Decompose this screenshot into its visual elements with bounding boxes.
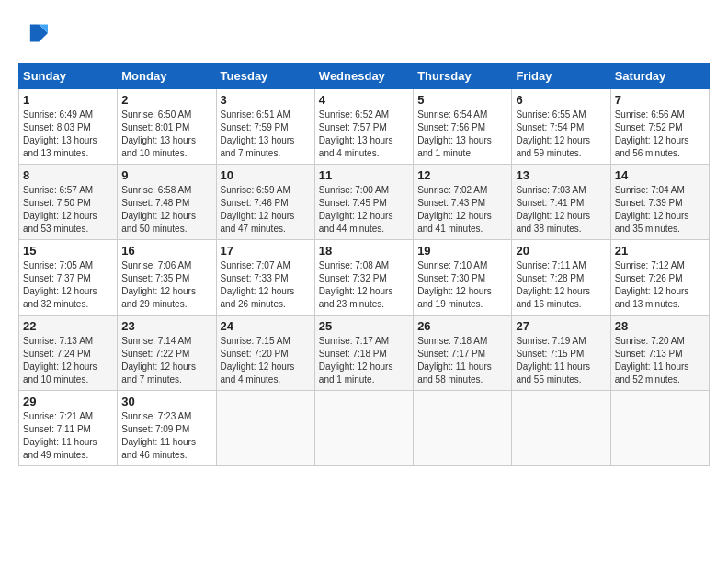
table-row: 26 Sunrise: 7:18 AMSunset: 7:17 PMDaylig… [414, 316, 512, 391]
table-row: 18 Sunrise: 7:08 AMSunset: 7:32 PMDaylig… [314, 240, 413, 316]
day-info: Sunrise: 7:05 AMSunset: 7:37 PMDaylight:… [23, 259, 113, 311]
table-row [414, 391, 512, 466]
day-number: 12 [417, 168, 507, 182]
day-number: 5 [417, 93, 507, 107]
calendar-row-1: 1 Sunrise: 6:49 AMSunset: 8:03 PMDayligh… [19, 89, 710, 165]
day-info: Sunrise: 7:15 AMSunset: 7:20 PMDaylight:… [221, 335, 311, 386]
table-row: 22 Sunrise: 7:13 AMSunset: 7:24 PMDaylig… [19, 316, 118, 391]
table-row: 19 Sunrise: 7:10 AMSunset: 7:30 PMDaylig… [414, 240, 512, 316]
table-row [216, 391, 314, 466]
day-info: Sunrise: 7:04 AMSunset: 7:39 PMDaylight:… [615, 184, 705, 236]
logo [18, 18, 51, 48]
day-info: Sunrise: 6:52 AMSunset: 7:57 PMDaylight:… [319, 109, 409, 160]
day-info: Sunrise: 6:59 AMSunset: 7:46 PMDaylight:… [221, 184, 311, 236]
header-sunday: Sunday [19, 63, 118, 89]
day-number: 22 [23, 319, 113, 333]
day-info: Sunrise: 6:51 AMSunset: 7:59 PMDaylight:… [221, 109, 311, 160]
table-row [610, 391, 709, 466]
table-row: 17 Sunrise: 7:07 AMSunset: 7:33 PMDaylig… [216, 240, 314, 316]
table-row: 25 Sunrise: 7:17 AMSunset: 7:18 PMDaylig… [314, 316, 413, 391]
table-row: 1 Sunrise: 6:49 AMSunset: 8:03 PMDayligh… [19, 89, 118, 165]
day-number: 21 [615, 244, 705, 258]
header-saturday: Saturday [610, 63, 709, 89]
day-number: 4 [319, 93, 409, 107]
day-number: 11 [319, 168, 409, 182]
day-number: 26 [417, 319, 507, 333]
day-info: Sunrise: 6:54 AMSunset: 7:56 PMDaylight:… [417, 109, 507, 160]
table-row: 13 Sunrise: 7:03 AMSunset: 7:41 PMDaylig… [512, 165, 610, 240]
day-number: 7 [615, 93, 705, 107]
day-info: Sunrise: 7:07 AMSunset: 7:33 PMDaylight:… [221, 259, 311, 311]
day-number: 30 [121, 395, 211, 408]
day-info: Sunrise: 7:13 AMSunset: 7:24 PMDaylight:… [23, 335, 113, 386]
calendar-row-3: 15 Sunrise: 7:05 AMSunset: 7:37 PMDaylig… [19, 240, 710, 316]
day-info: Sunrise: 7:23 AMSunset: 7:09 PMDaylight:… [121, 410, 211, 462]
day-info: Sunrise: 7:14 AMSunset: 7:22 PMDaylight:… [121, 335, 211, 386]
day-info: Sunrise: 7:12 AMSunset: 7:26 PMDaylight:… [615, 259, 705, 311]
table-row [314, 391, 413, 466]
day-info: Sunrise: 7:00 AMSunset: 7:45 PMDaylight:… [319, 184, 409, 236]
day-info: Sunrise: 6:56 AMSunset: 7:52 PMDaylight:… [615, 109, 705, 160]
day-info: Sunrise: 6:57 AMSunset: 7:50 PMDaylight:… [23, 184, 113, 236]
table-row: 14 Sunrise: 7:04 AMSunset: 7:39 PMDaylig… [610, 165, 709, 240]
day-info: Sunrise: 7:08 AMSunset: 7:32 PMDaylight:… [319, 259, 409, 311]
calendar-row-4: 22 Sunrise: 7:13 AMSunset: 7:24 PMDaylig… [19, 316, 710, 391]
table-row: 27 Sunrise: 7:19 AMSunset: 7:15 PMDaylig… [512, 316, 610, 391]
day-info: Sunrise: 7:21 AMSunset: 7:11 PMDaylight:… [23, 410, 113, 462]
day-info: Sunrise: 6:55 AMSunset: 7:54 PMDaylight:… [516, 109, 606, 160]
table-row: 8 Sunrise: 6:57 AMSunset: 7:50 PMDayligh… [19, 165, 118, 240]
day-info: Sunrise: 6:50 AMSunset: 8:01 PMDaylight:… [121, 109, 211, 160]
table-row: 16 Sunrise: 7:06 AMSunset: 7:35 PMDaylig… [118, 240, 216, 316]
day-number: 14 [615, 168, 705, 182]
day-number: 10 [221, 168, 311, 182]
day-number: 23 [121, 319, 211, 333]
day-number: 13 [516, 168, 606, 182]
day-number: 27 [516, 319, 606, 333]
day-number: 15 [23, 244, 113, 258]
day-number: 19 [417, 244, 507, 258]
calendar-table: Sunday Monday Tuesday Wednesday Thursday… [18, 63, 710, 466]
table-row: 10 Sunrise: 6:59 AMSunset: 7:46 PMDaylig… [216, 165, 314, 240]
table-row: 29 Sunrise: 7:21 AMSunset: 7:11 PMDaylig… [19, 391, 118, 466]
table-row: 11 Sunrise: 7:00 AMSunset: 7:45 PMDaylig… [314, 165, 413, 240]
day-info: Sunrise: 7:11 AMSunset: 7:28 PMDaylight:… [516, 259, 606, 311]
table-row: 4 Sunrise: 6:52 AMSunset: 7:57 PMDayligh… [314, 89, 413, 165]
day-number: 24 [221, 319, 311, 333]
day-info: Sunrise: 7:02 AMSunset: 7:43 PMDaylight:… [417, 184, 507, 236]
day-number: 18 [319, 244, 409, 258]
page-header [18, 18, 710, 48]
day-number: 25 [319, 319, 409, 333]
day-number: 1 [23, 93, 113, 107]
table-row: 2 Sunrise: 6:50 AMSunset: 8:01 PMDayligh… [118, 89, 216, 165]
table-row: 23 Sunrise: 7:14 AMSunset: 7:22 PMDaylig… [118, 316, 216, 391]
day-info: Sunrise: 7:06 AMSunset: 7:35 PMDaylight:… [121, 259, 211, 311]
day-number: 6 [516, 93, 606, 107]
calendar-row-2: 8 Sunrise: 6:57 AMSunset: 7:50 PMDayligh… [19, 165, 710, 240]
day-number: 29 [23, 395, 113, 408]
logo-icon [18, 18, 48, 48]
day-number: 28 [615, 319, 705, 333]
table-row: 3 Sunrise: 6:51 AMSunset: 7:59 PMDayligh… [216, 89, 314, 165]
table-row: 28 Sunrise: 7:20 AMSunset: 7:13 PMDaylig… [610, 316, 709, 391]
day-info: Sunrise: 7:20 AMSunset: 7:13 PMDaylight:… [615, 335, 705, 386]
day-number: 20 [516, 244, 606, 258]
header-monday: Monday [118, 63, 216, 89]
table-row: 21 Sunrise: 7:12 AMSunset: 7:26 PMDaylig… [610, 240, 709, 316]
day-number: 8 [23, 168, 113, 182]
day-number: 17 [221, 244, 311, 258]
calendar-header-row: Sunday Monday Tuesday Wednesday Thursday… [19, 63, 710, 89]
header-tuesday: Tuesday [216, 63, 314, 89]
day-info: Sunrise: 7:18 AMSunset: 7:17 PMDaylight:… [417, 335, 507, 386]
day-info: Sunrise: 7:03 AMSunset: 7:41 PMDaylight:… [516, 184, 606, 236]
table-row: 7 Sunrise: 6:56 AMSunset: 7:52 PMDayligh… [610, 89, 709, 165]
table-row [512, 391, 610, 466]
header-thursday: Thursday [414, 63, 512, 89]
day-info: Sunrise: 6:58 AMSunset: 7:48 PMDaylight:… [121, 184, 211, 236]
day-info: Sunrise: 7:19 AMSunset: 7:15 PMDaylight:… [516, 335, 606, 386]
header-friday: Friday [512, 63, 610, 89]
table-row: 20 Sunrise: 7:11 AMSunset: 7:28 PMDaylig… [512, 240, 610, 316]
table-row: 6 Sunrise: 6:55 AMSunset: 7:54 PMDayligh… [512, 89, 610, 165]
day-info: Sunrise: 7:10 AMSunset: 7:30 PMDaylight:… [417, 259, 507, 311]
table-row: 15 Sunrise: 7:05 AMSunset: 7:37 PMDaylig… [19, 240, 118, 316]
day-number: 9 [121, 168, 211, 182]
